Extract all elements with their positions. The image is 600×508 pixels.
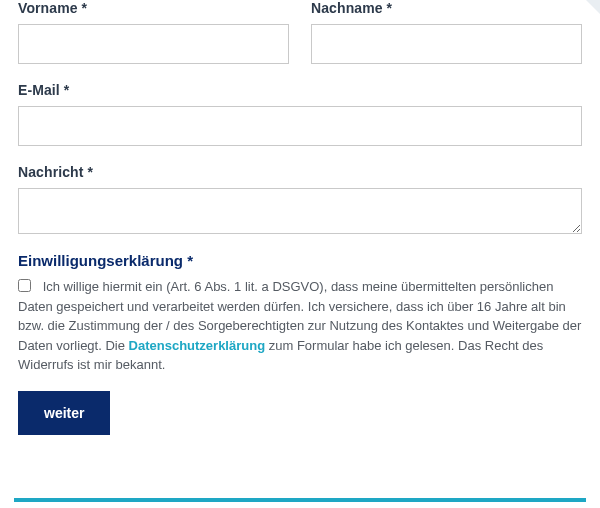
last-name-input[interactable]: [311, 24, 582, 64]
first-name-field: Vorname *: [18, 0, 289, 64]
contact-form: Vorname * Nachname * E-Mail * Nachricht …: [0, 0, 600, 435]
privacy-policy-link[interactable]: Datenschutzerklärung: [129, 338, 266, 353]
consent-row: Ich willige hiermit ein (Art. 6 Abs. 1 l…: [18, 277, 582, 375]
accent-bottom-bar: [14, 498, 586, 502]
first-name-input[interactable]: [18, 24, 289, 64]
message-label: Nachricht *: [18, 164, 582, 180]
email-field: E-Mail *: [18, 82, 582, 146]
last-name-label: Nachname *: [311, 0, 582, 16]
consent-checkbox[interactable]: [18, 279, 31, 292]
consent-heading: Einwilligungserklärung *: [18, 252, 582, 269]
message-field: Nachricht *: [18, 164, 582, 234]
corner-cut: [586, 0, 600, 14]
message-textarea[interactable]: [18, 188, 582, 234]
submit-button[interactable]: weiter: [18, 391, 110, 435]
last-name-field: Nachname *: [311, 0, 582, 64]
email-input[interactable]: [18, 106, 582, 146]
first-name-label: Vorname *: [18, 0, 289, 16]
email-label: E-Mail *: [18, 82, 582, 98]
